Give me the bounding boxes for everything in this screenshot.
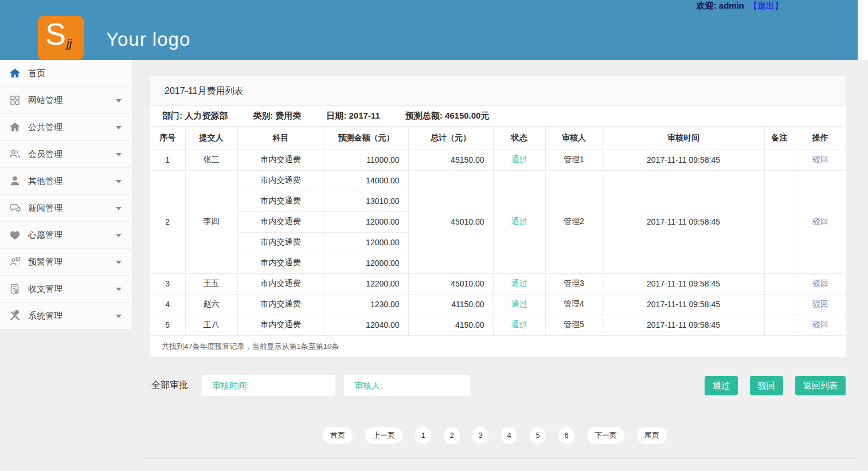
sidebar-item-label: 系统管理 — [28, 311, 62, 321]
scrollbar-track — [858, 0, 868, 60]
table-row: 1张三市内交通费11000.0045150.00通过管理12017-11-11 … — [150, 150, 846, 170]
back-to-list-button[interactable]: 返回列表 — [795, 376, 846, 395]
cell-status: 通过 — [493, 170, 545, 273]
table-row: 3王五市内交通费12200.0045010.00通过管理32017-11-11 … — [150, 273, 846, 294]
status-link[interactable]: 通过 — [511, 217, 527, 226]
auditor-input[interactable] — [344, 375, 470, 396]
status-link[interactable]: 通过 — [511, 278, 527, 288]
cell-total: 45010.00 — [408, 170, 493, 273]
page-3-button[interactable]: 3 — [472, 427, 488, 444]
cell-remark — [764, 315, 795, 335]
heart-icon — [9, 229, 21, 241]
reject-link[interactable]: 驳回 — [812, 278, 828, 288]
cell-auditor: 管理3 — [545, 273, 603, 294]
cell-time: 2017-11-11 09:58:45 — [603, 170, 764, 273]
cell-time: 2017-11-11 09:58:45 — [603, 315, 764, 335]
welcome-text: 欢迎: admin — [697, 1, 744, 10]
cell-total: 4150.00 — [408, 315, 493, 335]
sidebar-item-warning[interactable]: 预警管理 — [0, 249, 132, 276]
filter-row: 部门: 人力资源部类别: 费用类日期: 2017-11预测总额: 46150.0… — [150, 106, 846, 127]
filter-total: 预测总额: 46150.00元 — [405, 111, 490, 121]
cell-remark — [764, 170, 795, 273]
house-icon — [9, 121, 21, 134]
col-header-status: 状态 — [493, 127, 545, 150]
reject-all-button[interactable]: 驳回 — [750, 376, 783, 395]
cell-subject: 市内交通费 — [237, 211, 324, 232]
status-link[interactable]: 通过 — [511, 320, 527, 329]
cell-time: 2017-11-11 09:58:45 — [603, 150, 764, 170]
cell-subject: 市内交通费 — [237, 273, 324, 294]
cell-subject: 市内交通费 — [237, 150, 324, 170]
cell-remark — [764, 150, 795, 170]
sidebar-item-home[interactable]: 首页 — [0, 60, 132, 87]
reject-link[interactable]: 驳回 — [812, 217, 828, 226]
status-link[interactable]: 通过 — [511, 155, 527, 164]
expense-table: 序号提交人科目预测金额（元）总计（元）状态审核人审核时间备注操作 1张三市内交通… — [150, 127, 846, 335]
cell-amount: 12000.00 — [324, 211, 408, 232]
filter-department: 部门: 人力资源部 — [162, 111, 228, 121]
cell-status: 通过 — [493, 150, 545, 170]
sidebar-item-label: 其他管理 — [28, 176, 62, 187]
page-prev-button[interactable]: 上一页 — [365, 427, 402, 444]
page-2-button[interactable]: 2 — [444, 427, 460, 444]
sidebar-item-member[interactable]: 会员管理 — [0, 141, 132, 168]
logo-jj-letters: jj — [67, 37, 72, 50]
cell-time: 2017-11-11 09:58:45 — [603, 294, 764, 315]
users-icon — [9, 148, 21, 160]
logout-link[interactable]: 【退出】 — [749, 1, 783, 10]
sidebar-item-label: 收支管理 — [28, 284, 62, 295]
chevron-down-icon — [116, 234, 122, 237]
reject-link[interactable]: 驳回 — [812, 155, 828, 164]
page-4-button[interactable]: 4 — [501, 427, 517, 444]
sidebar-item-label: 首页 — [28, 68, 45, 79]
chevron-down-icon — [116, 288, 122, 291]
chevron-down-icon — [116, 261, 122, 264]
page-next-button[interactable]: 下一页 — [587, 427, 624, 444]
sidebar-item-site[interactable]: 网站管理 — [0, 87, 132, 114]
cell-status: 通过 — [493, 273, 545, 294]
approval-bar: 全部审批 通过驳回返回列表 — [0, 375, 868, 397]
cell-total: 45010.00 — [408, 273, 493, 294]
cell-no: 3 — [150, 273, 185, 294]
cell-amount: 12200.00 — [324, 273, 408, 294]
cell-submitter: 李四 — [185, 170, 237, 273]
audit-time-input[interactable] — [202, 375, 335, 396]
cell-no: 4 — [150, 294, 185, 315]
logo-text: Your logo — [106, 29, 190, 50]
approve-all-button[interactable]: 通过 — [705, 376, 738, 395]
page-first-button[interactable]: 首页 — [323, 427, 353, 444]
cell-total: 45150.00 — [408, 150, 493, 170]
cell-amount: 12000.00 — [324, 232, 408, 253]
cell-no: 5 — [150, 315, 185, 335]
cell-action: 驳回 — [795, 150, 846, 170]
cell-auditor: 管理2 — [545, 170, 603, 273]
welcome-bar: 欢迎: admin【退出】 — [697, 1, 783, 11]
page-5-button[interactable]: 5 — [530, 427, 546, 444]
page-last-button[interactable]: 尾页 — [637, 427, 667, 444]
sidebar-item-public[interactable]: 公共管理 — [0, 114, 132, 141]
cell-subject: 市内交通费 — [237, 253, 324, 273]
page-1-button[interactable]: 1 — [415, 427, 431, 444]
cell-action: 驳回 — [795, 170, 846, 273]
summary-text: 共找到47条年度预算记录，当前显示从第1条至第10条 — [150, 335, 846, 357]
col-header-remark: 备注 — [764, 127, 795, 150]
chevron-down-icon — [116, 180, 122, 183]
sidebar-item-system[interactable]: 系统管理 — [0, 303, 132, 329]
reject-link[interactable]: 驳回 — [812, 320, 828, 329]
cell-amount: 12000.00 — [324, 253, 408, 273]
cell-total: 41150.00 — [408, 294, 493, 315]
status-link[interactable]: 通过 — [511, 299, 527, 308]
approval-label: 全部审批 — [151, 379, 188, 391]
cell-no: 1 — [150, 150, 185, 170]
sidebar-item-other[interactable]: 其他管理 — [0, 168, 132, 195]
sidebar-item-finance[interactable]: 收支管理 — [0, 276, 132, 303]
page-6-button[interactable]: 6 — [558, 427, 574, 444]
cell-subject: 市内交通费 — [237, 315, 324, 335]
chevron-down-icon — [116, 207, 122, 210]
reject-link[interactable]: 驳回 — [812, 299, 828, 308]
sidebar-item-news[interactable]: 新闻管理 — [0, 195, 132, 222]
table-row: 4赵六市内交通费1230.0041150.00通过管理42017-11-11 0… — [150, 294, 846, 315]
sidebar-item-wish[interactable]: 心愿管理 — [0, 222, 132, 249]
col-header-amount: 预测金额（元） — [324, 127, 408, 150]
sidebar: 首页网站管理公共管理会员管理其他管理新闻管理心愿管理预警管理收支管理系统管理 — [0, 60, 132, 329]
